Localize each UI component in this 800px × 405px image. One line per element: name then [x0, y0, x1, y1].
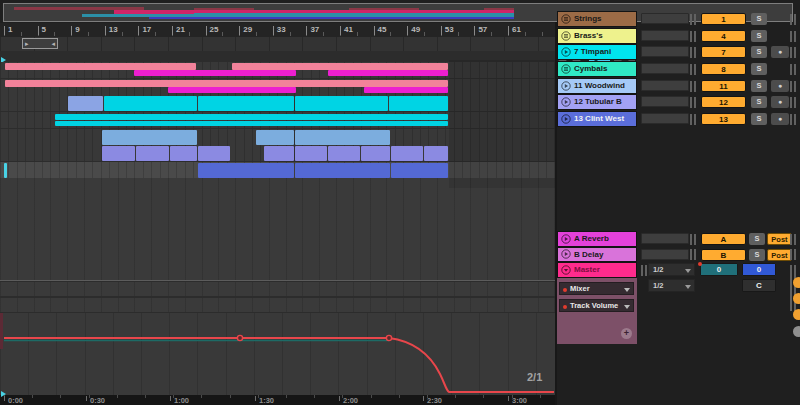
clip[interactable] — [391, 146, 423, 161]
clip[interactable] — [4, 163, 7, 178]
clip[interactable] — [170, 146, 197, 161]
track-io-box[interactable] — [641, 46, 689, 57]
track-activator[interactable]: 11 — [701, 80, 746, 92]
track-io-box[interactable] — [641, 80, 689, 91]
clip[interactable] — [168, 87, 296, 93]
track-title[interactable]: Brass's — [557, 28, 637, 44]
track-title[interactable]: Strings — [557, 11, 637, 27]
return-b-post-toggle[interactable]: Post — [767, 249, 792, 261]
clip[interactable] — [55, 114, 448, 120]
clip[interactable] — [198, 146, 230, 161]
time-ruler[interactable]: 0:000:301:001:302:002:303:00 — [0, 395, 555, 405]
clip[interactable] — [102, 130, 197, 145]
clip[interactable] — [198, 96, 294, 111]
track-io-box[interactable] — [641, 30, 689, 41]
stop-lines-icon[interactable] — [561, 64, 571, 74]
track-solo-button[interactable]: S — [751, 96, 767, 108]
return-b-solo-button[interactable]: S — [749, 249, 765, 261]
track-title[interactable]: 11 Woodwind — [557, 78, 637, 94]
return-a-post-toggle[interactable]: Post — [767, 233, 792, 245]
clip[interactable] — [5, 80, 448, 87]
track-solo-button[interactable]: S — [751, 30, 767, 42]
clip[interactable] — [264, 146, 294, 161]
track-solo-button[interactable]: S — [751, 80, 767, 92]
track-solo-button[interactable]: S — [751, 13, 767, 25]
clip[interactable] — [68, 96, 103, 111]
play-icon[interactable] — [561, 47, 571, 57]
clip[interactable] — [424, 146, 448, 161]
edge-knob[interactable] — [793, 277, 800, 288]
parameter-chooser-dropdown[interactable]: Track Volume — [559, 299, 634, 312]
clip[interactable] — [328, 146, 360, 161]
clip[interactable] — [102, 146, 135, 161]
return-a-title[interactable]: A Reverb — [557, 231, 637, 247]
return-a-io-box[interactable] — [641, 233, 689, 244]
clip[interactable] — [55, 121, 448, 127]
edge-knob[interactable] — [793, 326, 800, 337]
master-cue-out-chooser[interactable]: 1/2 — [648, 263, 695, 276]
clip[interactable] — [256, 130, 294, 145]
track-title[interactable]: 13 Clint West — [557, 111, 637, 127]
track-arm-button[interactable]: ● — [771, 46, 789, 58]
clip[interactable] — [361, 146, 390, 161]
edge-knob[interactable] — [793, 293, 800, 304]
track-arm-button[interactable]: ● — [771, 113, 789, 125]
clip[interactable] — [295, 96, 388, 111]
edge-knob[interactable] — [793, 309, 800, 320]
master-volume[interactable]: 0 — [742, 263, 776, 276]
clip[interactable] — [391, 163, 448, 178]
clip[interactable] — [134, 70, 296, 76]
play-icon[interactable] — [561, 249, 571, 259]
play-icon[interactable] — [561, 97, 571, 107]
clip[interactable] — [136, 146, 169, 161]
loop-brace[interactable]: ▸ ◂ — [22, 38, 58, 49]
track-activator[interactable]: 8 — [701, 63, 746, 75]
automation-breakpoint[interactable] — [237, 335, 242, 340]
scrub-area[interactable]: ▸ ◂ — [0, 37, 555, 51]
stop-lines-icon[interactable] — [561, 31, 571, 41]
track-arm-button[interactable]: ● — [771, 96, 789, 108]
track-io-box[interactable] — [641, 63, 689, 74]
clip[interactable] — [364, 87, 448, 93]
master-title[interactable]: Master — [557, 262, 637, 278]
stop-lines-icon[interactable] — [561, 14, 571, 24]
track-solo-button[interactable]: S — [751, 46, 767, 58]
return-b-io-box[interactable] — [641, 249, 689, 260]
clip[interactable] — [295, 163, 390, 178]
device-chooser-dropdown[interactable]: Mixer — [559, 282, 634, 295]
master-cue-volume[interactable]: 0 — [700, 263, 738, 276]
play-icon[interactable] — [561, 114, 571, 124]
time-signature-marker[interactable]: 2/1 — [527, 371, 542, 383]
clip[interactable] — [198, 163, 294, 178]
track-io-box[interactable] — [641, 96, 689, 107]
clip[interactable] — [328, 70, 448, 76]
track-io-box[interactable] — [641, 113, 689, 124]
clip[interactable] — [104, 96, 197, 111]
clip[interactable] — [232, 63, 448, 70]
track-arm-button[interactable]: ● — [771, 80, 789, 92]
return-b-title[interactable]: B Delay — [557, 247, 637, 263]
clip[interactable] — [389, 96, 448, 111]
add-automation-lane-button[interactable]: + — [621, 328, 632, 339]
fold-down-icon[interactable] — [561, 265, 571, 275]
automation-breakpoint[interactable] — [386, 335, 391, 340]
play-icon[interactable] — [561, 81, 571, 91]
track-activator[interactable]: 1 — [701, 13, 746, 25]
track-activator[interactable]: 12 — [701, 96, 746, 108]
track-io-box[interactable] — [641, 13, 689, 24]
return-b-activator[interactable]: B — [701, 249, 746, 261]
clip[interactable] — [295, 130, 390, 145]
play-icon[interactable] — [561, 234, 571, 244]
track-title[interactable]: Cymbals — [557, 61, 637, 77]
return-a-activator[interactable]: A — [701, 233, 746, 245]
arrangement-area[interactable]: Drop Files and Devices Here 2/1 0:000:30… — [0, 51, 555, 405]
return-a-solo-button[interactable]: S — [749, 233, 765, 245]
master-pan[interactable]: C — [742, 279, 776, 292]
track-title[interactable]: 7 Timpani — [557, 44, 637, 60]
track-solo-button[interactable]: S — [751, 63, 767, 75]
master-out-chooser[interactable]: 1/2 — [648, 279, 695, 292]
track-activator[interactable]: 7 — [701, 46, 746, 58]
automation-line[interactable] — [4, 338, 554, 392]
track-title[interactable]: 12 Tubular B — [557, 94, 637, 110]
track-solo-button[interactable]: S — [751, 113, 767, 125]
